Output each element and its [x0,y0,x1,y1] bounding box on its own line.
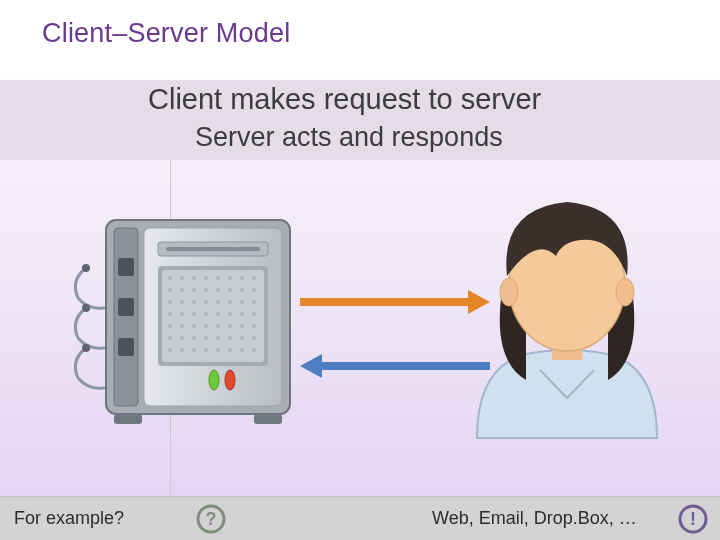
svg-point-28 [252,288,256,292]
svg-point-46 [180,324,184,328]
question-circle-icon: ? [196,504,226,534]
svg-point-15 [192,276,196,280]
svg-point-33 [216,300,220,304]
svg-point-39 [192,312,196,316]
subtitle-line-2: Server acts and responds [195,122,503,153]
svg-point-29 [168,300,172,304]
svg-rect-71 [114,414,142,424]
svg-point-31 [192,300,196,304]
server-icon [74,210,304,430]
svg-text:?: ? [206,509,217,529]
svg-point-55 [192,336,196,340]
svg-point-19 [240,276,244,280]
svg-point-80 [616,278,634,306]
svg-point-45 [168,324,172,328]
svg-point-13 [168,276,172,280]
svg-point-34 [228,300,232,304]
svg-point-48 [204,324,208,328]
svg-point-63 [192,348,196,352]
svg-point-27 [240,288,244,292]
svg-point-79 [500,278,518,306]
svg-point-16 [204,276,208,280]
svg-point-44 [252,312,256,316]
svg-rect-8 [118,338,134,356]
svg-point-57 [216,336,220,340]
svg-point-61 [168,348,172,352]
subtitle-line-1: Client makes request to server [148,83,541,116]
svg-point-68 [252,348,256,352]
svg-point-18 [228,276,232,280]
svg-point-47 [192,324,196,328]
svg-point-56 [204,336,208,340]
svg-point-58 [228,336,232,340]
svg-rect-10 [166,247,260,251]
svg-marker-76 [300,354,322,378]
svg-point-52 [252,324,256,328]
svg-point-30 [180,300,184,304]
svg-point-60 [252,336,256,340]
svg-point-66 [228,348,232,352]
svg-point-14 [180,276,184,280]
svg-point-59 [240,336,244,340]
exclaim-circle-icon: ! [678,504,708,534]
svg-point-54 [180,336,184,340]
svg-point-35 [240,300,244,304]
svg-point-62 [180,348,184,352]
svg-point-22 [180,288,184,292]
slide: Client–Server Model Client makes request… [0,0,720,540]
svg-point-49 [216,324,220,328]
footer-bar: For example? ? Web, Email, Drop.Box, … ! [0,496,720,540]
footer-prompt: For example? [14,508,124,529]
svg-point-43 [240,312,244,316]
svg-point-1 [82,304,90,312]
svg-rect-12 [162,270,264,362]
svg-rect-7 [118,298,134,316]
svg-point-38 [180,312,184,316]
svg-point-70 [225,370,235,390]
svg-point-32 [204,300,208,304]
svg-point-53 [168,336,172,340]
person-icon [462,180,672,440]
svg-point-0 [82,264,90,272]
svg-point-21 [168,288,172,292]
svg-point-24 [204,288,208,292]
svg-point-41 [216,312,220,316]
svg-rect-72 [254,414,282,424]
svg-point-69 [209,370,219,390]
svg-point-65 [216,348,220,352]
svg-point-2 [82,344,90,352]
svg-point-23 [192,288,196,292]
svg-point-25 [216,288,220,292]
svg-point-67 [240,348,244,352]
svg-rect-5 [114,228,138,406]
svg-text:!: ! [690,509,696,529]
svg-point-51 [240,324,244,328]
svg-rect-6 [118,258,134,276]
svg-point-26 [228,288,232,292]
footer-examples: Web, Email, Drop.Box, … [432,508,637,529]
svg-point-64 [204,348,208,352]
svg-point-37 [168,312,172,316]
svg-point-36 [252,300,256,304]
page-title: Client–Server Model [42,18,290,49]
svg-point-50 [228,324,232,328]
svg-point-20 [252,276,256,280]
svg-point-42 [228,312,232,316]
svg-point-40 [204,312,208,316]
svg-point-17 [216,276,220,280]
